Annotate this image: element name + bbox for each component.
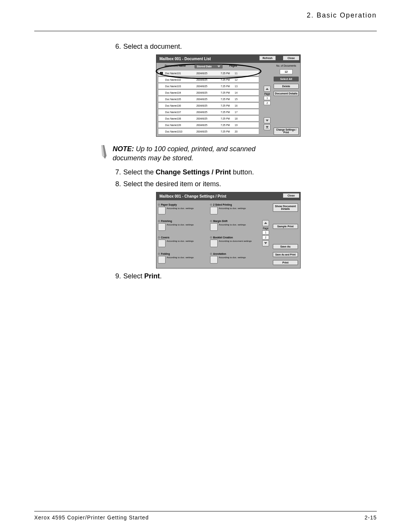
table-row[interactable]: Doc Name1012004/8/257:25 PM11 xyxy=(158,70,259,76)
print-option[interactable]: Paper SupplyAccording to doc. settings xyxy=(158,203,207,216)
option-value: According to doc. settings xyxy=(167,223,194,231)
doc-details-button[interactable]: Document Details xyxy=(274,91,299,96)
option-preview-box xyxy=(158,207,166,214)
table-row[interactable]: Doc Name1082004/8/257:25 PM18 xyxy=(158,115,259,121)
step-9-bold: Print xyxy=(144,272,160,280)
scroll-up-button[interactable] xyxy=(264,86,271,92)
col-stored-date-label: Stored Date xyxy=(197,65,212,68)
option-preview-box xyxy=(158,256,166,264)
table-row[interactable]: Doc Name1072004/8/257:25 PM17 xyxy=(158,109,259,115)
pen-icon xyxy=(99,144,110,160)
print-option[interactable]: 2 Sided PrintingAccording to doc. settin… xyxy=(210,203,259,216)
print-option[interactable]: FinishingAccording to doc. settings xyxy=(158,220,207,232)
delete-button[interactable]: Delete xyxy=(274,84,299,89)
table-row[interactable]: Doc Name1042004/8/257:25 PM14 xyxy=(158,89,259,96)
option-value: According to document settings xyxy=(219,240,252,247)
table-row[interactable]: Doc Name10102004/8/257:25 PM20 xyxy=(158,128,259,134)
option-label: Covers xyxy=(161,236,169,239)
fig2-titlebar: Mailbox 001 - Change Settings / Print xyxy=(156,192,300,200)
save-as-and-print-button[interactable]: Save As and Print xyxy=(273,252,298,257)
cell-date: 2004/8/25 xyxy=(196,130,216,133)
cell-date: 2004/8/25 xyxy=(196,72,216,75)
show-doc-details-button[interactable]: Show Document Details xyxy=(273,203,298,212)
fig2-scroll-down-button[interactable] xyxy=(262,240,269,246)
note-body: Up to 100 copied, printed, and scanned d… xyxy=(113,145,255,162)
cell-pages: 11 xyxy=(230,72,237,75)
option-value: According to doc. settings xyxy=(167,240,194,247)
col-pages: Pages xyxy=(223,64,237,69)
print-button[interactable]: Print xyxy=(273,260,298,265)
fig2-close-button[interactable]: Close xyxy=(283,193,299,198)
save-as-button[interactable]: Save As xyxy=(273,244,298,249)
page-1: 1 xyxy=(264,96,271,100)
note-label: NOTE: xyxy=(113,145,134,153)
cell-date: 2004/8/25 xyxy=(196,98,216,101)
cell-time: 7:25 PM xyxy=(216,117,230,120)
step-6-text: Select a document. xyxy=(123,43,182,51)
cell-pages: 14 xyxy=(230,91,237,94)
scroll-bottom-button[interactable] xyxy=(264,124,271,130)
option-label: Booklet Creation xyxy=(213,236,233,239)
step-9-num: 9. xyxy=(110,272,121,280)
cell-name: Doc Name103 xyxy=(165,85,196,88)
cell-time: 7:25 PM xyxy=(216,124,230,126)
sample-print-button[interactable]: Sample Print xyxy=(273,224,298,229)
cell-pages: 16 xyxy=(230,104,237,107)
option-preview-box xyxy=(158,240,166,247)
cell-pages: 13 xyxy=(230,85,237,88)
step-9-pre: Select xyxy=(123,272,144,280)
num-docs-label: No. of Documents xyxy=(274,64,299,67)
step-7-num: 7. xyxy=(110,168,121,176)
table-row[interactable]: Doc Name1092004/8/257:25 PM19 xyxy=(158,122,259,128)
print-option[interactable]: AnnotationAccording to doc. settings xyxy=(210,252,259,265)
radio-icon xyxy=(158,204,160,206)
page-label: Page xyxy=(264,93,270,95)
cell-name: Doc Name104 xyxy=(165,91,196,94)
fig-change-settings: Mailbox 001 - Change Settings / Print Cl… xyxy=(156,192,301,268)
option-label: Paper Supply xyxy=(161,203,177,206)
step-6-num: 6. xyxy=(110,43,121,51)
cell-pages: 17 xyxy=(230,111,237,113)
refresh-button[interactable]: Refresh xyxy=(259,56,276,61)
option-label: Margin Shift xyxy=(213,220,228,222)
step-8-num: 8. xyxy=(110,180,121,188)
header-rule xyxy=(34,31,377,31)
option-label: Annotation xyxy=(213,252,226,255)
cell-date: 2004/8/25 xyxy=(196,78,216,81)
print-option[interactable]: FoldingAccording to doc. settings xyxy=(158,252,207,265)
cell-time: 7:25 PM xyxy=(216,78,230,81)
cell-name: Doc Name101 xyxy=(165,72,196,75)
option-label: Finishing xyxy=(161,220,172,222)
option-label: 2 Sided Printing xyxy=(213,203,232,206)
option-label: Folding xyxy=(161,252,170,255)
footer-rule xyxy=(34,511,377,511)
step-7-bold: Change Settings / Print xyxy=(156,168,231,176)
cell-time: 7:25 PM xyxy=(216,111,230,113)
radio-icon xyxy=(210,253,212,255)
change-settings-print-button[interactable]: Change Settings / Print xyxy=(274,128,299,135)
option-value: According to doc. settings xyxy=(219,256,246,264)
radio-icon xyxy=(210,236,212,238)
close-button[interactable]: Close xyxy=(283,56,299,61)
print-option[interactable]: CoversAccording to doc. settings xyxy=(158,236,207,249)
option-preview-box xyxy=(210,207,218,214)
fig2-page-2: 2 xyxy=(262,235,269,240)
col-stored-date[interactable]: Stored Date xyxy=(194,64,223,69)
step-6: 6. Select a document. xyxy=(110,43,377,51)
cell-date: 2004/8/25 xyxy=(196,91,216,94)
select-all-button[interactable]: Select All xyxy=(274,77,299,81)
scroll-down-button[interactable] xyxy=(264,117,271,123)
print-option[interactable]: Margin ShiftAccording to doc. settings xyxy=(210,220,259,232)
table-row[interactable]: Doc Name1052004/8/257:25 PM15 xyxy=(158,96,259,102)
table-row[interactable]: Doc Name1032004/8/257:25 PM13 xyxy=(158,83,259,89)
step-7: 7. Select the Change Settings / Print bu… xyxy=(110,168,377,176)
cell-time: 7:25 PM xyxy=(216,72,230,75)
fig2-scroll-up-button[interactable] xyxy=(262,220,269,226)
option-preview-box xyxy=(210,256,218,264)
cell-time: 7:25 PM xyxy=(216,104,230,107)
print-option[interactable]: Booklet CreationAccording to document se… xyxy=(210,236,259,249)
table-row[interactable]: Doc Name1062004/8/257:25 PM16 xyxy=(158,102,259,109)
radio-icon xyxy=(210,204,212,206)
table-row[interactable]: Doc Name1022004/8/257:25 PM12 xyxy=(158,77,259,83)
step-8-text: Select the desired item or items. xyxy=(123,180,221,188)
